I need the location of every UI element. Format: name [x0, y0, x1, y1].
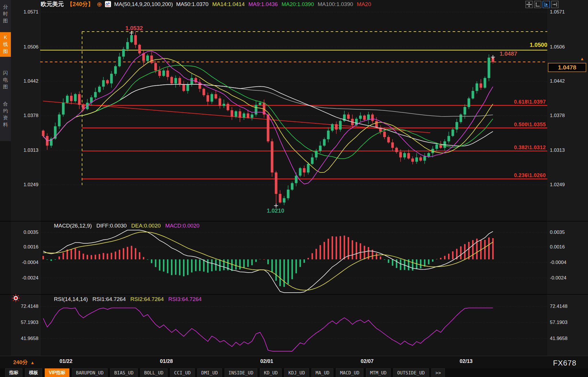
candle-body[interactable] — [271, 141, 273, 172]
candle-body[interactable] — [78, 94, 81, 105]
candle-body[interactable] — [231, 110, 233, 116]
candle-body[interactable] — [347, 114, 350, 119]
candle-body[interactable] — [299, 168, 301, 176]
tab-inside-ud[interactable]: INSIDE_UD — [225, 368, 258, 377]
candle-body[interactable] — [162, 71, 165, 76]
candle-body[interactable] — [223, 104, 225, 106]
candle-body[interactable] — [114, 66, 117, 74]
candle-body[interactable] — [126, 42, 129, 49]
candle-body[interactable] — [186, 84, 189, 91]
candle-body[interactable] — [142, 53, 145, 61]
candle-body[interactable] — [455, 122, 458, 129]
axis-right-scale-button[interactable] — [543, 1, 550, 8]
candle-body[interactable] — [259, 103, 261, 105]
candle-body[interactable] — [319, 146, 322, 151]
pan-tool-button[interactable] — [525, 1, 533, 8]
candle-body[interactable] — [323, 139, 326, 145]
candle-body[interactable] — [339, 121, 342, 130]
candle-body[interactable] — [335, 124, 338, 130]
candle-body[interactable] — [464, 107, 466, 114]
candle-body[interactable] — [74, 94, 77, 101]
candle-body[interactable] — [118, 57, 121, 66]
candle-body[interactable] — [391, 142, 394, 148]
candle-body[interactable] — [154, 63, 157, 71]
tab-macd-ud[interactable]: MACD_UD — [336, 368, 363, 377]
candle-body[interactable] — [375, 121, 378, 127]
candle-body[interactable] — [243, 113, 245, 118]
timeframe-label[interactable]: 【240分】 — [67, 0, 94, 8]
candle-body[interactable] — [158, 71, 161, 76]
interval-selector[interactable]: 240分 ▲ — [13, 359, 35, 366]
candle-body[interactable] — [251, 114, 253, 118]
candle-body[interactable] — [460, 114, 462, 122]
candle-body[interactable] — [178, 78, 181, 84]
candle-body[interactable] — [102, 80, 105, 86]
candle-body[interactable] — [451, 129, 454, 136]
candle-body[interactable] — [150, 55, 153, 63]
candle-body[interactable] — [279, 194, 281, 203]
candle-body[interactable] — [227, 104, 229, 110]
candle-body[interactable] — [423, 156, 426, 161]
candle-body[interactable] — [146, 55, 149, 61]
candle-body[interactable] — [211, 94, 213, 102]
candle-body[interactable] — [58, 114, 61, 126]
candle-body[interactable] — [472, 91, 474, 98]
candle-body[interactable] — [130, 35, 133, 42]
tab-指标[interactable]: 指标 — [5, 368, 22, 377]
sidebar-item-2[interactable]: K 线 图 — [0, 32, 11, 57]
candle-body[interactable] — [66, 96, 69, 103]
sidebar-item-4[interactable]: 合 约 资 料 — [0, 99, 11, 131]
candle-body[interactable] — [399, 152, 402, 158]
candle-body[interactable] — [419, 158, 422, 161]
candle-body[interactable] — [247, 113, 249, 118]
tab--[interactable]: >> — [431, 368, 445, 377]
candle-body[interactable] — [235, 111, 237, 117]
candle-body[interactable] — [476, 83, 478, 91]
candle-body[interactable] — [219, 98, 221, 106]
candle-body[interactable] — [106, 80, 109, 83]
candle-body[interactable] — [311, 158, 314, 164]
rsi-params-label[interactable]: RSI(14,14,14) — [54, 296, 88, 302]
sidebar-item-3[interactable]: 闪 电 图 — [0, 68, 11, 92]
candle-body[interactable] — [215, 94, 217, 98]
axis-left-scale-button[interactable] — [534, 1, 541, 8]
zoom-plus-icon[interactable]: ⊕ — [97, 1, 102, 7]
ma-settings-label[interactable]: MA(50,14,9,20,100,200) — [114, 1, 173, 7]
candle-body[interactable] — [363, 116, 366, 120]
candle-body[interactable] — [98, 87, 101, 92]
tab-barupdn-ud[interactable]: BARUPDN_UD — [72, 368, 108, 377]
candle-body[interactable] — [174, 78, 177, 83]
last-price-box[interactable]: 1.0478 — [548, 63, 586, 72]
candle-body[interactable] — [190, 78, 193, 84]
candle-body[interactable] — [403, 153, 406, 158]
tab-outside-ud[interactable]: OUTSIDE_UD — [393, 368, 429, 377]
candle-body[interactable] — [468, 98, 470, 107]
tab-模板[interactable]: 模板 — [25, 368, 42, 377]
candle-body[interactable] — [122, 49, 125, 57]
candle-body[interactable] — [359, 116, 362, 119]
candle-body[interactable] — [255, 105, 257, 114]
candle-body[interactable] — [138, 45, 141, 53]
candle-body[interactable] — [411, 158, 414, 162]
candle-body[interactable] — [371, 114, 374, 121]
chart-type-icon[interactable] — [105, 1, 111, 7]
tab-kdj-ud[interactable]: KDJ_UD — [284, 368, 309, 377]
candle-body[interactable] — [303, 168, 305, 172]
candle-body[interactable] — [70, 96, 73, 101]
candle-body[interactable] — [407, 153, 410, 159]
candle-body[interactable] — [134, 35, 137, 45]
macd-params-label[interactable]: MACD(26,12,9) — [54, 223, 92, 229]
candle-body[interactable] — [42, 131, 44, 136]
tab-vip指标[interactable]: VIP指标 — [45, 368, 69, 377]
tab-cci-ud[interactable]: CCI_UD — [170, 368, 195, 377]
candle-body[interactable] — [327, 131, 330, 139]
candle-body[interactable] — [383, 132, 386, 137]
candle-body[interactable] — [447, 136, 450, 141]
candle-body[interactable] — [267, 114, 269, 141]
candle-body[interactable] — [488, 58, 490, 78]
candle-body[interactable] — [110, 74, 113, 83]
candle-body[interactable] — [331, 124, 334, 131]
candle-body[interactable] — [315, 151, 318, 157]
candle-body[interactable] — [484, 78, 486, 88]
tab-dmi-ud[interactable]: DMI_UD — [197, 368, 222, 377]
